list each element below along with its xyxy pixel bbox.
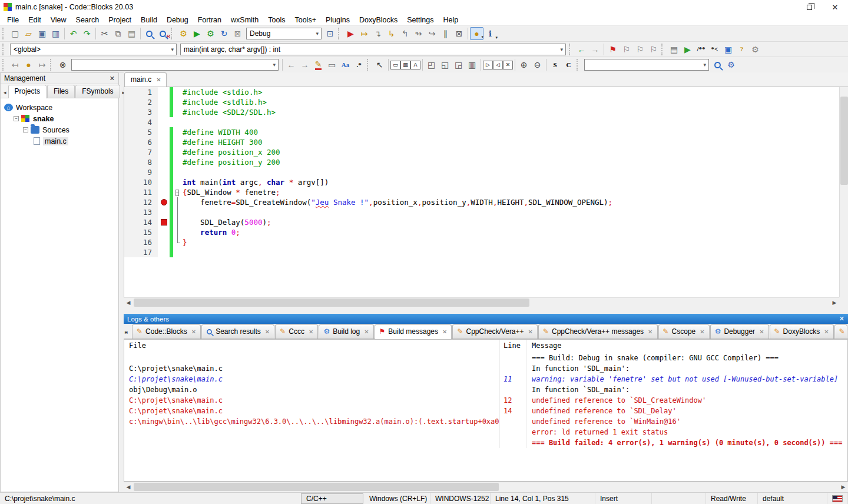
find-icon[interactable] — [143, 27, 156, 40]
logs-hscrollbar[interactable]: ◀ ▶ — [124, 482, 848, 492]
run-to-cursor-icon[interactable]: ↦ — [357, 27, 371, 40]
editor-tab-close-icon[interactable]: ✕ — [156, 77, 161, 83]
menu-plugins[interactable]: Plugins — [321, 15, 355, 25]
wxsmith-text-icon[interactable]: A — [410, 61, 420, 69]
break-debugger-icon[interactable]: ∥ — [439, 27, 452, 40]
toggle-bookmark-icon[interactable]: ⚑ — [606, 43, 620, 56]
menu-wxsmith[interactable]: wxSmith — [226, 15, 263, 25]
breakpoint-icon[interactable] — [161, 199, 167, 205]
fold-margin[interactable]: − — [173, 187, 181, 197]
fold-margin[interactable] — [173, 137, 181, 147]
logs-close-icon[interactable]: ✕ — [839, 315, 844, 323]
marker-margin[interactable] — [158, 137, 170, 147]
editor-vscrollbar[interactable] — [839, 87, 848, 297]
symbol-search-input[interactable]: ▾ — [584, 59, 709, 71]
step-into-icon[interactable]: ↳ — [385, 27, 398, 40]
save-all-icon[interactable]: ▥ — [49, 27, 62, 40]
column-header-file[interactable]: File — [124, 340, 500, 353]
chevron-down-icon[interactable]: ▾ — [273, 62, 276, 68]
incsearch-clear-icon[interactable]: ⊗ — [56, 58, 69, 71]
marker-margin[interactable] — [158, 187, 170, 197]
menu-doxyblocks[interactable]: DoxyBlocks — [355, 15, 402, 25]
menu-tools[interactable]: Tools+ — [290, 15, 320, 25]
scroll-right-icon[interactable]: ▶ — [830, 298, 839, 307]
build-message-row[interactable]: c:\mingw\bin\..\lib\gcc\mingw32\6.3.0\..… — [124, 416, 847, 427]
marker-margin[interactable] — [158, 177, 170, 187]
close-button[interactable]: ✕ — [822, 0, 848, 14]
build-message-row[interactable]: C:\projet\snake\main.c14undefined refere… — [124, 406, 847, 416]
incsearch-selected-only-icon[interactable]: ▭ — [325, 58, 339, 71]
build-icon[interactable]: ⚙ — [177, 27, 190, 40]
chevron-down-icon[interactable]: ▾ — [560, 47, 563, 52]
step-out-icon[interactable]: ↰ — [398, 27, 412, 40]
doxyblocks-settings-icon[interactable]: ⚙ — [748, 43, 762, 56]
logs-scroll-left-icon[interactable]: ◀ — [124, 482, 133, 492]
block-comment-icon[interactable]: /** — [694, 43, 708, 56]
marker-margin[interactable] — [158, 87, 170, 97]
fold-margin[interactable] — [173, 157, 181, 167]
next-bookmark-icon[interactable]: ⚐ — [633, 43, 647, 56]
abort-build-icon[interactable]: ⊠ — [231, 27, 244, 40]
marker-margin[interactable] — [158, 167, 170, 177]
fold-margin[interactable] — [173, 197, 181, 207]
c-toggle-icon[interactable]: C — [562, 58, 575, 71]
code-editor[interactable]: 1#include <stdio.h>2#include <stdlib.h>3… — [124, 87, 848, 297]
menu-help[interactable]: Help — [438, 15, 463, 25]
incsearch-input[interactable]: ▾ — [71, 59, 279, 71]
fold-margin[interactable] — [173, 177, 181, 187]
menu-project[interactable]: Project — [104, 15, 136, 25]
tree-item-sources[interactable]: −Sources — [4, 124, 118, 135]
fold-margin[interactable] — [173, 227, 181, 237]
next-line-icon[interactable]: ↴ — [371, 27, 385, 40]
build-message-row[interactable]: obj\Debug\main.oIn function `SDL_main': — [124, 384, 847, 395]
fold-margin[interactable] — [173, 207, 181, 217]
build-messages-table[interactable]: FileLineMessage=== Build: Debug in snake… — [124, 339, 848, 482]
wxsmith-border-icon[interactable]: ✕ — [503, 61, 513, 69]
marker-margin[interactable] — [158, 117, 170, 127]
save-icon[interactable]: ▣ — [35, 27, 49, 40]
cut-icon[interactable]: ✂ — [98, 27, 111, 40]
incsearch-highlight-icon[interactable]: ✎ — [312, 58, 325, 71]
marker-margin[interactable] — [158, 147, 170, 157]
fold-margin[interactable] — [173, 127, 181, 137]
incsearch-prev-icon[interactable]: ← — [284, 58, 298, 71]
chevron-down-icon[interactable]: ▾ — [703, 62, 706, 68]
nav-back-icon[interactable]: ← — [575, 43, 588, 56]
error-marker-margin[interactable] — [158, 217, 170, 227]
menu-fortran[interactable]: Fortran — [193, 15, 226, 25]
menu-tools[interactable]: Tools — [263, 15, 290, 25]
column-header-line[interactable]: Line — [500, 340, 527, 353]
tabs-scroll-left-icon[interactable]: ◂ — [2, 89, 8, 98]
scope-select[interactable]: <global>▾ — [10, 44, 177, 55]
nav-forward-icon[interactable]: → — [588, 43, 602, 56]
build-target-select[interactable]: Debug▾ — [246, 28, 322, 39]
build-message-row[interactable]: C:\projet\snake\main.cIn function 'SDL_m… — [124, 363, 847, 374]
tree-expander-icon[interactable]: − — [23, 127, 28, 132]
logs-hscroll-thumb[interactable] — [134, 483, 499, 491]
paste-icon[interactable]: ▤ — [125, 27, 138, 40]
marker-margin[interactable] — [158, 97, 170, 107]
menu-view[interactable]: View — [46, 15, 71, 25]
undo-icon[interactable]: ↶ — [67, 27, 80, 40]
restore-button[interactable] — [796, 0, 822, 14]
match-case-icon[interactable]: Aa — [339, 58, 352, 71]
doxyblocks-extract-icon[interactable]: ▤ — [667, 43, 681, 56]
wxsmith-pointer-icon[interactable]: ↖ — [373, 58, 386, 71]
line-comment-icon[interactable]: *< — [708, 43, 721, 56]
marker-margin[interactable] — [158, 247, 170, 257]
stop-debugger-icon[interactable]: ⊠ — [452, 27, 466, 40]
wxsmith-fill-icon[interactable]: ▥ — [465, 58, 479, 71]
logs-scroll-right-icon[interactable]: ▶ — [839, 482, 848, 492]
fold-margin[interactable] — [173, 97, 181, 107]
build-message-row[interactable]: C:\projet\snake\main.c11warning: variabl… — [124, 374, 847, 384]
wxsmith-align-left-icon[interactable]: ◰ — [425, 58, 438, 71]
breakpoint-margin[interactable] — [158, 197, 170, 207]
tree-item-snake[interactable]: −snake — [4, 113, 118, 124]
marker-margin[interactable] — [158, 107, 170, 117]
marker-margin[interactable] — [158, 237, 170, 247]
build-message-row[interactable]: === Build: Debug in snake (compiler: GNU… — [124, 353, 847, 363]
next-instruction-icon[interactable]: ↬ — [412, 27, 425, 40]
wxsmith-shrink-icon[interactable]: ◁ — [493, 61, 503, 69]
incsearch-next-icon[interactable]: → — [298, 58, 312, 71]
function-select[interactable]: main(int argc, char* argv[]) : int▾ — [180, 44, 566, 55]
